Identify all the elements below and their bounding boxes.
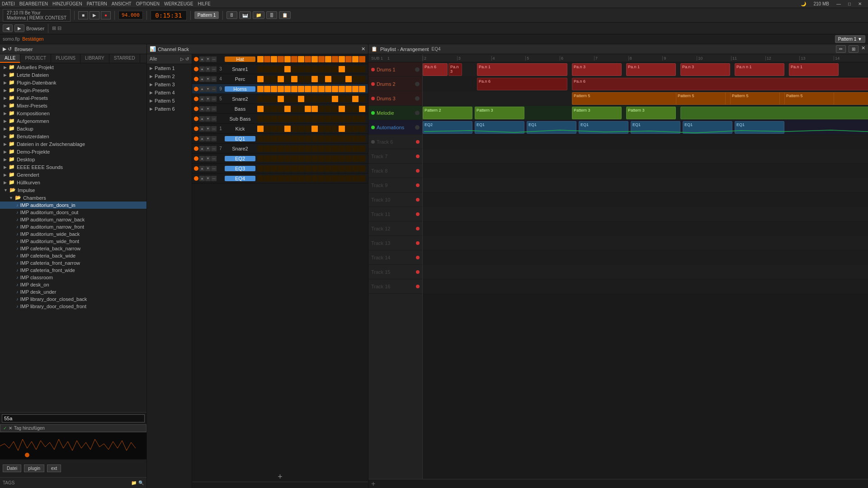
pad[interactable] <box>271 76 277 82</box>
pad[interactable] <box>264 86 270 92</box>
ch-down-btn[interactable]: ▼ <box>205 96 211 102</box>
pad[interactable] <box>291 66 297 72</box>
ch-up-btn[interactable]: ▲ <box>199 126 205 131</box>
channel-name-subbass[interactable]: Sub Bass <box>225 116 255 122</box>
pad[interactable] <box>284 96 291 102</box>
piano-roll-btn[interactable]: 🎹 <box>239 11 251 19</box>
pad[interactable] <box>264 155 270 162</box>
pad[interactable] <box>345 155 352 162</box>
pad[interactable] <box>311 56 318 62</box>
track-mute-btn[interactable] <box>415 125 420 130</box>
track-block-auto-wave[interactable] <box>423 127 868 134</box>
pad[interactable] <box>352 86 359 92</box>
channel-name-eq3[interactable]: EQ3 <box>225 166 255 171</box>
pad[interactable] <box>325 145 331 152</box>
pad[interactable] <box>359 106 365 112</box>
file-btn[interactable]: Datei <box>3 465 21 472</box>
pad[interactable] <box>318 76 325 82</box>
pad[interactable] <box>318 136 325 142</box>
pad[interactable] <box>339 56 345 62</box>
track-block[interactable]: Pa.n 3 <box>680 63 730 76</box>
pad[interactable] <box>264 76 270 82</box>
pad[interactable] <box>345 66 352 72</box>
pad[interactable] <box>332 106 338 112</box>
pad[interactable] <box>271 86 277 92</box>
pad[interactable] <box>345 76 352 82</box>
menu-item-werkzeuge[interactable]: WERKZEUGE <box>164 1 193 6</box>
pad[interactable] <box>332 96 338 102</box>
browser-item-cafeteria-back-wide[interactable]: ♪ IMP cafeteria_back_wide <box>0 252 146 259</box>
tab-library[interactable]: LIBRARY <box>80 54 109 63</box>
pad[interactable] <box>305 96 311 102</box>
pad[interactable] <box>257 106 264 112</box>
pattern-selector[interactable]: Pattern 1 <box>194 11 219 19</box>
pad[interactable] <box>305 86 311 92</box>
menu-item-optionen[interactable]: OPTIONEN <box>136 1 160 6</box>
pad[interactable] <box>271 165 277 172</box>
pad[interactable] <box>318 126 325 132</box>
channel-name-hat[interactable]: Hat <box>225 56 255 62</box>
play-button[interactable]: ▶ <box>90 11 99 19</box>
pad[interactable] <box>271 145 277 152</box>
track-block[interactable]: Pattern 3 <box>572 107 622 119</box>
pad[interactable] <box>271 116 277 122</box>
track-row-drums3[interactable]: Pattern 5 Pattern 5 Pattern 5 Pattern 5 <box>423 91 868 106</box>
track-mute-btn[interactable] <box>415 111 420 115</box>
ch-up-btn[interactable]: ▲ <box>199 146 205 151</box>
pad[interactable] <box>284 126 291 132</box>
pad[interactable] <box>339 116 345 122</box>
pad[interactable] <box>318 155 325 162</box>
pad[interactable] <box>311 175 318 182</box>
pad[interactable] <box>325 136 331 142</box>
pad[interactable] <box>318 145 325 152</box>
browser-item-backup[interactable]: ▶ 📁 Backup <box>0 125 146 132</box>
browser-item-letzte-dateien[interactable]: ▶ 📁 Letzte Dateien <box>0 71 146 79</box>
track-block[interactable]: Pa.n 6 <box>423 63 448 76</box>
menu-item-datei[interactable]: DATEI <box>2 1 15 6</box>
pad[interactable] <box>264 66 270 72</box>
pattern-item-3[interactable]: ▶ Pattern 3 <box>147 80 192 89</box>
track-mute-btn[interactable] <box>415 82 420 86</box>
pad[interactable] <box>298 155 304 162</box>
pad[interactable] <box>291 175 297 182</box>
playlist-close-icon[interactable]: ✕ <box>861 45 865 53</box>
pad[interactable] <box>257 96 264 102</box>
browser-item-auditorium-doors-out[interactable]: ♪ IMP auditorium_doors_out <box>0 209 146 216</box>
pad[interactable] <box>359 136 365 142</box>
track-row-11[interactable] <box>423 207 868 221</box>
ch-mute-btn[interactable]: — <box>211 96 217 102</box>
track-row-drums1[interactable]: Pa.n 6 Pa.n 3 Pa.n 1 Pa.n 3 Pa.n 1 Pa.n … <box>423 62 868 77</box>
browser-item-kanal-presets[interactable]: ▶ 📁 Kanal-Presets <box>0 94 146 102</box>
browser-item-cafeteria-back-narrow[interactable]: ♪ IMP cafeteria_back_narrow <box>0 245 146 252</box>
pad[interactable] <box>359 145 365 152</box>
pad[interactable] <box>271 56 277 62</box>
pad[interactable] <box>278 96 284 102</box>
browser-item-demo-projekte[interactable]: ▶ 📁 Demo-Projekte <box>0 148 146 155</box>
pad[interactable] <box>325 86 331 92</box>
tab-plugins[interactable]: PLUGINS <box>51 54 80 63</box>
pad[interactable] <box>257 155 264 162</box>
track-block[interactable]: Pattern 3 <box>626 107 676 119</box>
pad[interactable] <box>359 76 365 82</box>
pad[interactable] <box>325 66 331 72</box>
pad[interactable] <box>352 165 359 172</box>
pad[interactable] <box>332 116 338 122</box>
pad[interactable] <box>305 116 311 122</box>
tags-search-icon[interactable]: 🔍 <box>138 480 144 485</box>
menu-item-bearbeiten[interactable]: BEARBEITEN <box>19 1 48 6</box>
pad[interactable] <box>345 126 352 132</box>
pad[interactable] <box>271 106 277 112</box>
pad[interactable] <box>257 136 264 142</box>
ch-down-btn[interactable]: ▼ <box>205 86 211 92</box>
pad[interactable] <box>264 165 270 172</box>
pad[interactable] <box>257 175 264 182</box>
pad[interactable] <box>352 106 359 112</box>
pad[interactable] <box>325 126 331 132</box>
channel-name-snare1[interactable]: Snare1 <box>225 66 255 72</box>
pattern-item-2[interactable]: ▶ Pattern 2 <box>147 72 192 80</box>
channel-name-perc[interactable]: Perc <box>225 76 255 82</box>
pad[interactable] <box>318 116 325 122</box>
pad[interactable] <box>298 76 304 82</box>
browser-item-plugin-datenbank[interactable]: ▶ 📁 Plugin-Datenbank <box>0 79 146 86</box>
browser-item-desk-under[interactable]: ♪ IMP desk_under <box>0 288 146 296</box>
